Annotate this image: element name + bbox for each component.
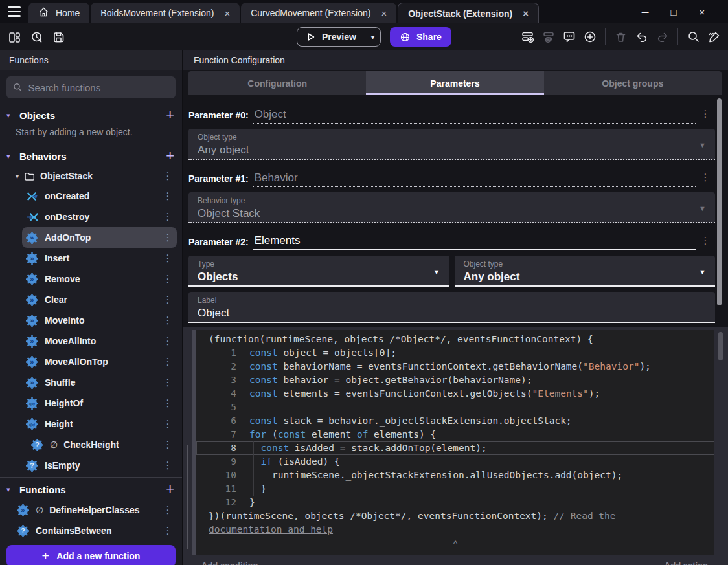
undo-icon[interactable] (633, 28, 650, 46)
close-tab-icon[interactable]: × (381, 8, 387, 19)
function-item-heightof[interactable]: f(x) HeightOf ⋮ (22, 393, 177, 414)
function-item-remove[interactable]: » Remove ⋮ (22, 269, 177, 289)
kebab-menu-icon[interactable]: ⋮ (163, 504, 173, 516)
function-item-isempty[interactable]: ? IsEmpty ⋮ (22, 455, 177, 476)
parameter-2-label-input[interactable]: Label Object (188, 292, 715, 323)
section-behaviors[interactable]: ▾ Behaviors + (0, 146, 182, 166)
kebab-menu-icon[interactable]: ⋮ (163, 232, 173, 243)
chevron-down-icon[interactable]: ▾ (16, 173, 19, 180)
function-item-clear[interactable]: » Clear ⋮ (22, 289, 177, 310)
function-item-containsbetween[interactable]: ? ContainsBetween ⋮ (13, 520, 177, 541)
history-icon[interactable] (28, 28, 45, 46)
tab-objectstack[interactable]: ObjectStack (Extension) × (398, 3, 539, 23)
kebab-menu-icon[interactable]: ⋮ (163, 356, 173, 368)
add-comment-icon[interactable] (560, 28, 578, 46)
code-line[interactable]: 6const stack = behavior._objectStackExte… (196, 414, 714, 428)
code-wrapper-header[interactable]: (function(runtimeScene, objects /*Object… (196, 333, 714, 346)
maximize-icon[interactable]: □ (659, 6, 688, 17)
code-line[interactable]: 3const behavior = object.getBehavior(beh… (196, 373, 714, 387)
kebab-menu-icon[interactable]: ⋮ (163, 460, 173, 471)
function-item-checkheight[interactable]: ? ∅CheckHeight ⋮ (27, 434, 177, 455)
function-item-oncreated[interactable]: onCreated ⋮ (22, 186, 177, 206)
add-condition-button[interactable]: Add condition (201, 560, 258, 565)
close-window-icon[interactable]: × (688, 6, 716, 17)
function-item-moveallontop[interactable]: » MoveAllOnTop ⋮ (22, 351, 177, 372)
kebab-menu-icon[interactable]: ⋮ (163, 397, 173, 409)
code-line[interactable]: 10 runtimeScene._objectStackExtension.al… (196, 469, 714, 482)
code-line[interactable]: 8 const isAdded = stack.addOnTop(element… (196, 441, 714, 455)
search-events-icon[interactable] (685, 28, 702, 46)
kebab-menu-icon[interactable]: ⋮ (163, 418, 173, 430)
tab-parameters[interactable]: Parameters (366, 71, 543, 95)
function-item-shuffle[interactable]: » Shuffle ⋮ (22, 372, 177, 393)
section-objects[interactable]: ▾ Objects + (0, 105, 182, 126)
edit-function-icon[interactable] (705, 28, 723, 46)
kebab-menu-icon[interactable]: ⋮ (163, 252, 173, 264)
code-wrapper-footer[interactable]: })(runtimeScene, objects /*Object*/, eve… (196, 509, 714, 537)
code-line[interactable]: 7for (const element of elements) { (196, 428, 714, 441)
kebab-menu-icon[interactable]: ⋮ (163, 335, 173, 347)
function-item-addontop[interactable]: » AddOnTop ⋮ (22, 227, 177, 248)
kebab-menu-icon[interactable]: ⋮ (163, 525, 173, 537)
function-item-ondestroy[interactable]: onDestroy ⋮ (22, 206, 177, 227)
parameter-1-behavior-type-select[interactable]: Behavior type Object Stack ▼ (188, 192, 715, 223)
collapse-editor-icon[interactable]: ^ (196, 537, 714, 549)
add-function-icon[interactable]: + (166, 483, 174, 496)
tab-boidsmovement[interactable]: BoidsMovement (Extension) × (91, 3, 240, 23)
parameter-0-name-field[interactable]: Object (253, 108, 696, 124)
kebab-menu-icon[interactable]: ⋮ (163, 273, 173, 285)
parameters-scrollbar[interactable] (717, 98, 722, 305)
chevron-down-icon[interactable]: ▾ (6, 485, 14, 494)
function-item-height[interactable]: f(x) Height ⋮ (22, 414, 177, 434)
section-functions[interactable]: ▾ Functions + (0, 479, 182, 500)
function-item-insert[interactable]: » Insert ⋮ (22, 248, 177, 269)
js-code-editor[interactable]: (function(runtimeScene, objects /*Object… (196, 330, 714, 555)
parameter-2-type-select[interactable]: Type Objects ▼ (188, 256, 449, 287)
kebab-menu-icon[interactable]: ⋮ (163, 170, 173, 182)
minimize-icon[interactable]: ─ (631, 6, 659, 17)
close-tab-icon[interactable]: × (224, 8, 230, 19)
kebab-menu-icon[interactable]: ⋮ (163, 211, 173, 223)
parameter-0-object-type-select[interactable]: Object type Any object ▼ (188, 129, 715, 160)
add-object-icon[interactable]: + (166, 109, 174, 122)
kebab-menu-icon[interactable]: ⋮ (696, 108, 715, 124)
add-new-function-button[interactable]: + Add a new function (6, 545, 176, 565)
function-item-moveallinto[interactable]: » MoveAllInto ⋮ (22, 331, 177, 351)
chevron-down-icon[interactable]: ▾ (6, 152, 14, 161)
kebab-menu-icon[interactable]: ⋮ (696, 235, 715, 250)
add-event-icon[interactable] (519, 28, 536, 46)
function-item-moveinto[interactable]: » MoveInto ⋮ (22, 310, 177, 331)
code-line[interactable]: 2const behaviorName = eventsFunctionCont… (196, 360, 714, 373)
preview-dropdown-icon[interactable]: ▾ (365, 34, 380, 41)
code-line[interactable]: 1const object = objects[0]; (196, 346, 714, 360)
kebab-menu-icon[interactable]: ⋮ (163, 294, 173, 305)
parameter-2-name-field[interactable]: Elements (253, 234, 696, 250)
kebab-menu-icon[interactable]: ⋮ (163, 439, 173, 450)
add-circle-icon[interactable] (581, 28, 598, 46)
search-functions-input[interactable] (28, 82, 169, 93)
behavior-folder-objectstack[interactable]: ▾ ObjectStack ⋮ (0, 166, 182, 186)
code-line[interactable]: 11 } (196, 482, 714, 496)
kebab-menu-icon[interactable]: ⋮ (696, 172, 715, 187)
add-behavior-icon[interactable]: + (166, 150, 174, 162)
kebab-menu-icon[interactable]: ⋮ (163, 190, 173, 202)
code-line[interactable]: 9 if (isAdded) { (196, 455, 714, 469)
parameter-1-name-field[interactable]: Behavior (253, 172, 696, 187)
parameter-2-object-type-select[interactable]: Object type Any object ▼ (455, 256, 716, 287)
panels-layout-icon[interactable] (6, 28, 23, 46)
tab-object-groups[interactable]: Object groups (544, 71, 722, 95)
preview-button[interactable]: Preview ▾ (297, 27, 381, 47)
chevron-down-icon[interactable]: ▾ (6, 111, 14, 120)
kebab-menu-icon[interactable]: ⋮ (163, 315, 173, 326)
search-functions-box[interactable] (6, 76, 176, 98)
code-line[interactable]: 5 (196, 401, 714, 414)
preview-main[interactable]: Preview (297, 32, 365, 42)
share-button[interactable]: Share (390, 27, 451, 47)
tab-home[interactable]: Home (28, 3, 89, 23)
function-item-definehelperclasses[interactable]: » ∅DefineHelperClasses ⋮ (13, 500, 177, 520)
add-action-button[interactable]: Add action (665, 560, 708, 565)
save-icon[interactable] (50, 28, 67, 46)
main-menu-button[interactable] (0, 0, 28, 23)
code-block-drag-handle[interactable] (192, 330, 196, 555)
kebab-menu-icon[interactable]: ⋮ (163, 377, 173, 388)
